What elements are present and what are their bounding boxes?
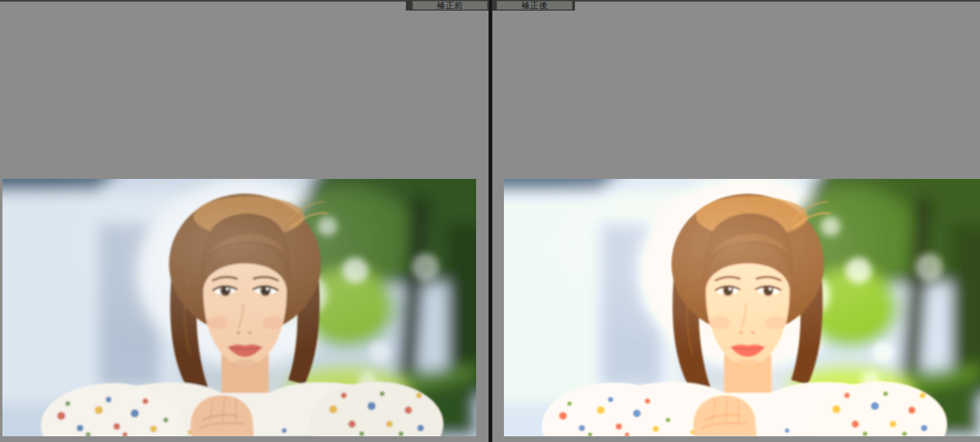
photo-after[interactable] <box>504 179 980 436</box>
after-label-tab: 補正後 <box>497 1 572 10</box>
photo-before[interactable] <box>2 179 476 436</box>
portrait-photo-after-svg <box>504 179 980 436</box>
before-label-tab: 補正前 <box>412 1 488 10</box>
app-window: 補正前 補正後 <box>0 0 980 442</box>
panel-divider <box>488 0 492 442</box>
portrait-photo-before-svg <box>2 179 476 436</box>
